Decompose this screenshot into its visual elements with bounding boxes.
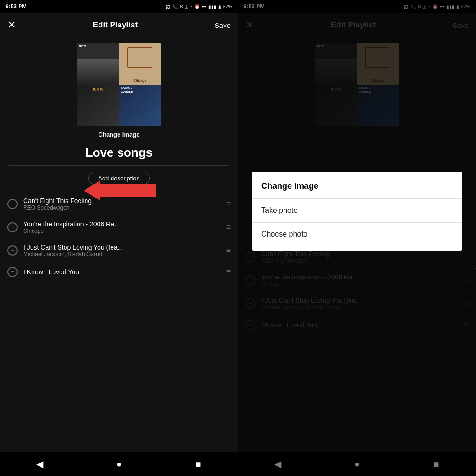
track-name-3: I Just Can't Stop Loving You (fea... — [23, 244, 221, 251]
battery-percent-left: 57% — [223, 4, 232, 9]
track-item: I Just Can't Stop Loving You (fea... Mic… — [0, 239, 238, 262]
status-icons-left: 🖼 📞 S ◎ • ⏰ ▾▾ ▮▮▮ ▮ 57% — [166, 4, 232, 9]
close-button-left[interactable]: ✕ — [7, 19, 16, 31]
remove-track-3[interactable] — [7, 245, 18, 256]
nav-icon: ◎ — [185, 4, 189, 9]
playlist-title: Love songs — [9, 145, 229, 166]
remove-track-4[interactable] — [7, 267, 18, 277]
track-artist-1: REO Speedwagon — [23, 205, 221, 211]
bottom-nav-left: ◀ ● ■ — [0, 452, 238, 476]
back-button-left[interactable]: ◀ — [26, 455, 53, 473]
drag-handle-4[interactable]: ≡ — [226, 268, 231, 276]
playlist-image-left[interactable] — [77, 43, 161, 126]
track-item: I Knew I Loved You ≡ — [0, 262, 238, 282]
top-nav-left: ✕ Edit Playlist Save — [0, 13, 238, 37]
track-name-2: You're the Inspiration - 2006 Re... — [23, 220, 221, 228]
drag-handle-1[interactable]: ≡ — [226, 200, 231, 208]
left-phone-panel: 6:53 PM 🖼 📞 S ◎ • ⏰ ▾▾ ▮▮▮ ▮ 57% ✕ Edit … — [0, 0, 238, 476]
track-list-left: Can't Fight This Feeling REO Speedwagon … — [0, 189, 238, 452]
track-info-2: You're the Inspiration - 2006 Re... Chic… — [23, 220, 221, 234]
track-item: You're the Inspiration - 2006 Re... Chic… — [0, 216, 238, 239]
track-info-3: I Just Can't Stop Loving You (fea... Mic… — [23, 244, 221, 258]
drag-handle-2[interactable]: ≡ — [226, 223, 231, 231]
save-button-left[interactable]: Save — [215, 21, 231, 29]
take-photo-option[interactable]: Take photo — [261, 199, 453, 222]
track-artist-3: Michael Jackson, Siedah Garrett — [23, 251, 221, 258]
recent-apps-button-left[interactable]: ■ — [185, 455, 212, 473]
choose-photo-option[interactable]: Choose photo — [261, 223, 453, 246]
right-phone-panel: 6:53 PM 🖼 📞 S ◎ • ⏰ ▾▾ ▮▮▮ ▮ 57% ✕ Edit … — [238, 0, 476, 476]
change-image-modal: Change image Take photo Choose photo — [252, 172, 462, 251]
album-art-1 — [77, 43, 119, 85]
album-art-2 — [119, 43, 161, 85]
home-button-left[interactable]: ● — [105, 455, 133, 473]
status-bar-left: 6:53 PM 🖼 📞 S ◎ • ⏰ ▾▾ ▮▮▮ ▮ 57% — [0, 0, 238, 13]
wifi-icon: ▾▾ — [202, 4, 206, 9]
modal-title: Change image — [261, 181, 453, 191]
battery-icon: ▮ — [218, 4, 221, 9]
phone-icon: 📞 — [172, 4, 178, 9]
track-info-4: I Knew I Loved You — [23, 268, 221, 276]
alarm-icon: ⏰ — [194, 4, 200, 9]
status-time-left: 6:53 PM — [6, 3, 26, 10]
remove-track-1[interactable] — [7, 199, 18, 209]
remove-track-2[interactable] — [7, 222, 18, 232]
change-image-label-left[interactable]: Change image — [99, 131, 140, 138]
dot-icon: • — [191, 4, 192, 9]
track-artist-2: Chicago — [23, 228, 221, 234]
drag-handle-3[interactable]: ≡ — [226, 246, 231, 255]
album-art-4 — [119, 85, 161, 126]
red-arrow-change-image — [84, 180, 156, 201]
shield-icon: S — [180, 4, 183, 9]
signal-icon: ▮▮▮ — [208, 4, 217, 9]
page-title-left: Edit Playlist — [93, 20, 138, 30]
album-art-3 — [77, 85, 119, 126]
playlist-image-container-left: Change image — [0, 37, 238, 142]
gallery-icon: 🖼 — [166, 4, 171, 9]
track-name-4: I Knew I Loved You — [23, 268, 221, 276]
